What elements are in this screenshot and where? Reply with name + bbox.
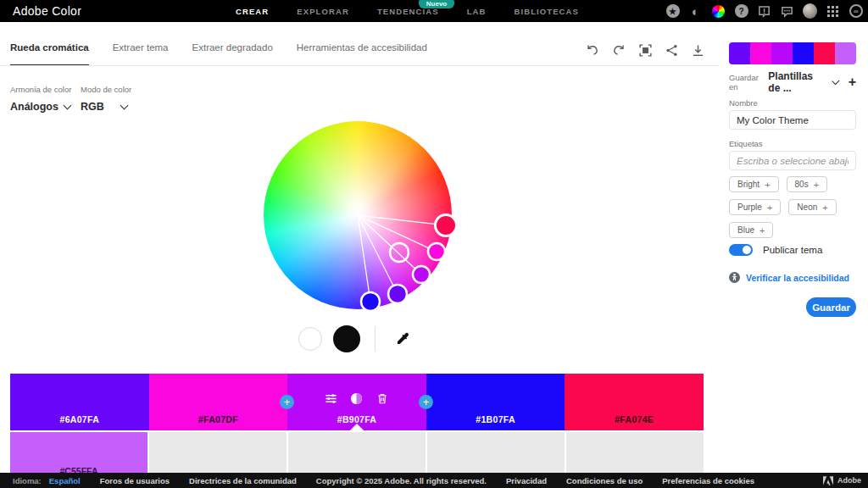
swatch-4[interactable]: #1B07FA bbox=[426, 374, 565, 430]
redo-icon[interactable] bbox=[611, 42, 626, 58]
footer-link-foros[interactable]: Foros de usuarios bbox=[100, 476, 170, 485]
help-icon[interactable]: ? bbox=[734, 4, 748, 19]
variation-cell-1[interactable]: #C55FFA bbox=[10, 432, 147, 473]
strip-color bbox=[750, 42, 771, 64]
tool-tabs: Rueda cromática Extraer tema Extraer deg… bbox=[10, 22, 427, 66]
chevron-down-icon bbox=[120, 101, 128, 109]
variation-cell-3[interactable] bbox=[288, 432, 426, 473]
swatch-tools bbox=[287, 392, 426, 405]
share-icon[interactable] bbox=[664, 42, 679, 58]
tag-chip-label: Bright bbox=[737, 180, 760, 189]
publish-theme-row: Publicar tema bbox=[729, 244, 822, 256]
publish-toggle-label: Publicar tema bbox=[763, 245, 822, 255]
footer-links: Idioma: Español Foros de usuarios Direct… bbox=[13, 476, 754, 485]
plus-icon: + bbox=[760, 225, 765, 236]
black-color-button[interactable] bbox=[333, 325, 360, 352]
nav-item-crear[interactable]: CREAR bbox=[236, 7, 269, 16]
swatch-1[interactable]: #6A07FA bbox=[10, 374, 149, 430]
footer-brand-text: Adobe bbox=[837, 476, 861, 485]
footer-link-privacidad[interactable]: Privacidad bbox=[506, 476, 547, 485]
footer-link-cookies[interactable]: Preferencias de cookies bbox=[662, 476, 754, 485]
variation-hex: #C55FFA bbox=[10, 466, 147, 473]
variation-cell-2[interactable] bbox=[149, 432, 287, 473]
apps-grid-icon[interactable] bbox=[826, 4, 840, 19]
color-mode-control: Modo de color RGB bbox=[81, 85, 131, 113]
swatch-2[interactable]: #FA07DF bbox=[149, 374, 288, 430]
swatch-5[interactable]: #FA074E bbox=[565, 374, 704, 430]
swatch-hex: #FA074E bbox=[565, 414, 704, 424]
chevron-down-icon[interactable] bbox=[832, 76, 839, 84]
tags-input[interactable] bbox=[729, 151, 856, 170]
white-color-button[interactable] bbox=[298, 327, 322, 351]
tag-chip-label: 80s bbox=[795, 180, 809, 189]
adobe-color-app: Adobe Color CREAR EXPLORAR TENDENCIAS LA… bbox=[0, 0, 868, 488]
harmony-select[interactable]: Análogos bbox=[10, 101, 71, 113]
tabbar-divider bbox=[0, 65, 719, 66]
feedback-icon[interactable] bbox=[757, 4, 771, 19]
nav-item-lab[interactable]: LAB bbox=[467, 7, 487, 16]
capture-icon[interactable] bbox=[637, 42, 653, 58]
name-label: Nombre bbox=[729, 98, 758, 108]
palette-variation-row: #C55FFA bbox=[10, 432, 704, 473]
tag-chip-label: Neon bbox=[797, 202, 817, 212]
add-color-right-button[interactable]: + bbox=[419, 395, 433, 409]
variation-cell-5[interactable] bbox=[566, 432, 704, 473]
tag-chip-bright[interactable]: Bright + bbox=[729, 176, 779, 192]
color-mode-label: Modo de color bbox=[81, 85, 131, 94]
trash-icon[interactable] bbox=[376, 392, 388, 405]
sliders-icon[interactable] bbox=[325, 392, 337, 405]
swatch-3-active[interactable]: #B907FA bbox=[287, 374, 426, 430]
app-logo[interactable]: Adobe Color bbox=[13, 0, 81, 22]
chevron-down-icon bbox=[64, 101, 72, 109]
tab-extraer-degradado[interactable]: Extraer degradado bbox=[192, 42, 273, 66]
color-mode-select[interactable]: RGB bbox=[81, 101, 131, 113]
footer-link-condiciones[interactable]: Condiciones de uso bbox=[566, 476, 643, 485]
theme-name-input[interactable] bbox=[729, 110, 856, 130]
avatar[interactable] bbox=[803, 4, 817, 19]
accessibility-icon bbox=[729, 272, 740, 283]
tag-chip-purple[interactable]: Purple + bbox=[729, 199, 781, 215]
theme-preview-strip bbox=[729, 42, 856, 64]
tag-chip-blue[interactable]: Blue + bbox=[729, 222, 773, 238]
save-in-label: Guardar en bbox=[729, 73, 761, 92]
save-in-select[interactable]: Plantillas de ... bbox=[768, 70, 825, 94]
star-icon[interactable]: ★ bbox=[665, 4, 680, 19]
plus-icon: + bbox=[822, 202, 827, 213]
color-wheel-icon[interactable] bbox=[711, 4, 726, 19]
tag-chip-label: Purple bbox=[737, 202, 762, 212]
contrast-icon[interactable]: ◐ bbox=[688, 4, 703, 19]
nav-item-explorar[interactable]: EXPLORAR bbox=[297, 7, 349, 16]
nav-item-bibliotecas[interactable]: BIBLIOTECAS bbox=[514, 7, 579, 16]
download-icon[interactable] bbox=[690, 42, 705, 58]
footer: Idioma: Español Foros de usuarios Direct… bbox=[0, 473, 868, 488]
add-color-left-button[interactable]: + bbox=[280, 395, 294, 409]
strip-color bbox=[793, 42, 814, 64]
tab-extraer-tema[interactable]: Extraer tema bbox=[113, 42, 169, 66]
tab-rueda-cromatica[interactable]: Rueda cromática bbox=[10, 42, 89, 66]
creative-cloud-icon[interactable]: ∞ bbox=[849, 4, 863, 19]
swatch-hex: #6A07FA bbox=[10, 414, 149, 424]
tab-herramientas-accesibilidad[interactable]: Herramientas de accesibilidad bbox=[297, 42, 427, 66]
eyedropper-icon[interactable] bbox=[391, 328, 413, 350]
footer-brand: Adobe bbox=[823, 476, 861, 485]
publish-toggle[interactable] bbox=[729, 244, 753, 256]
contrast-icon[interactable] bbox=[350, 392, 363, 405]
chat-icon[interactable] bbox=[780, 4, 794, 19]
plus-icon: + bbox=[814, 180, 819, 190]
language-select[interactable]: Español bbox=[49, 476, 81, 485]
strip-color bbox=[814, 42, 835, 64]
undo-icon[interactable] bbox=[585, 42, 600, 58]
variation-cell-4[interactable] bbox=[427, 432, 565, 473]
color-wheel[interactable] bbox=[264, 121, 452, 309]
footer-link-directrices[interactable]: Directrices de la comunidad bbox=[189, 476, 297, 485]
harmony-label: Armonía de color bbox=[10, 85, 71, 94]
add-library-icon[interactable]: + bbox=[849, 75, 856, 89]
swatch-hex: #1B07FA bbox=[426, 414, 565, 424]
accessibility-check-link[interactable]: Verificar la accesibilidad bbox=[729, 272, 849, 283]
plus-icon: + bbox=[767, 202, 772, 213]
adobe-logo-icon bbox=[823, 476, 833, 485]
tag-chip-neon[interactable]: Neon + bbox=[788, 199, 836, 215]
active-swatch-marker bbox=[350, 424, 364, 430]
tag-chip-80s[interactable]: 80s + bbox=[787, 176, 828, 192]
save-button[interactable]: Guardar bbox=[806, 297, 856, 317]
